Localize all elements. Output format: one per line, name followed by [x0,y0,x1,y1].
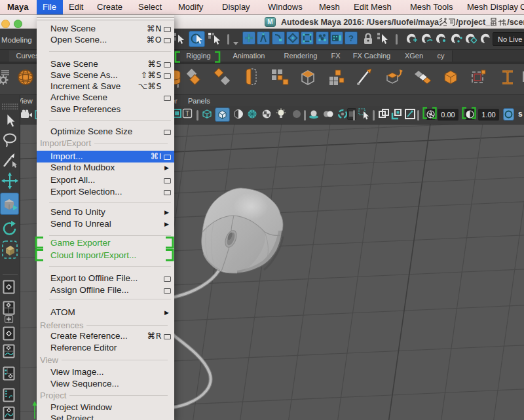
snap-point-button-part[interactable] [272,31,285,45]
live-surface-field[interactable]: No Live [493,32,524,46]
menu-item-view-sequence[interactable]: View Sequence... [37,378,174,390]
layout-plus-button[interactable] [3,315,15,326]
select-component-icon[interactable] [208,32,222,49]
poly-separate-icon[interactable] [213,67,235,91]
magnet-diamond-icon[interactable] [464,32,477,49]
poly-bridge-icon[interactable] [469,67,491,91]
menu-item-set-project[interactable]: Set Project... [37,413,174,420]
shaded-cube-icon-part[interactable] [215,107,230,122]
gamma-icon[interactable] [465,109,475,120]
shelf-gear-icon[interactable] [0,75,9,88]
snap-grid-button-part[interactable] [242,31,255,45]
shadow-sphere-icon[interactable] [308,108,320,123]
poly-partial-icon[interactable] [521,67,524,91]
isolate-1-icon[interactable] [378,108,390,123]
menu-item-export-all[interactable]: Export All... [37,174,174,186]
poly-combine-icon[interactable] [184,67,206,91]
layout-single-button[interactable] [3,280,15,297]
menu-item-export-selection[interactable]: Export Selection... [37,186,174,198]
menu-item-new-scene[interactable]: New Scene⌘N [37,23,174,35]
menu-set-dropdown[interactable]: Modeling [1,36,32,44]
lock-icon[interactable] [362,32,374,48]
mouse-model[interactable] [202,188,283,273]
menu-item-save-scene-as[interactable]: Save Scene As...⇧⌘S [37,69,174,81]
menubar-item-create[interactable]: Create [97,0,122,14]
rotate-tool-icon[interactable] [1,220,18,240]
shelf-tab-cy[interactable]: cy [430,50,453,62]
shelf-tab-rigging[interactable]: Rigging [174,50,223,62]
shelf-tab-rendering[interactable]: Rendering [275,50,327,62]
menubar-item-file[interactable]: File [43,0,56,14]
option-box[interactable] [164,334,171,339]
scale-tool-icon[interactable] [1,240,18,262]
cursor-dots-icon[interactable] [358,108,370,123]
paint-select-tool-icon[interactable] [1,152,18,172]
textured-sphere-icon[interactable] [246,108,258,123]
option-box[interactable] [164,38,171,43]
select-object-icon-part[interactable] [189,31,205,47]
snap-curve-button[interactable] [257,31,270,45]
menubar-item-mesh[interactable]: Mesh [319,0,340,14]
select-hierarchy-icon[interactable] [172,32,187,49]
option-box[interactable] [164,277,171,282]
dim-circle-icon[interactable] [291,108,303,123]
layout-persp-button[interactable] [3,326,15,343]
snap-point-button[interactable] [272,31,285,45]
option-box[interactable] [164,130,171,135]
select-preset-icon[interactable] [377,32,390,48]
minimize-button[interactable] [1,20,10,28]
nurbs-sphere-icon[interactable] [16,67,38,91]
zoom-button[interactable] [14,20,22,28]
menu-item-send-to-unity[interactable]: Send To Unity▶ [37,206,174,218]
menu-item-send-to-unreal[interactable]: Send To Unreal▶ [37,218,174,230]
make-live-button-part[interactable] [316,31,329,45]
menu-item-increment-save[interactable]: Increment & Save⌥⌘S [37,81,174,92]
menubar-item-display[interactable]: Display [222,0,250,14]
snap-together-button-part[interactable] [330,31,343,45]
poly-chevrons-icon[interactable] [412,67,434,91]
menu-item-export-to-offline-file[interactable]: Export to Offline File... [37,273,174,284]
menu-item-reference-editor[interactable]: Reference Editor [37,342,174,354]
menu-item-open-scene[interactable]: Open Scene...⌘O [37,34,174,46]
exposure-field[interactable]: 0.00 [438,109,458,121]
menu-item-view-image[interactable]: View Image... [37,366,174,378]
poly-ibeam-icon[interactable] [498,67,520,91]
letter-t-icon[interactable]: T [182,108,193,121]
menu-item-game-exporter[interactable]: Game Exporter [37,237,174,249]
menubar-item-mesh-tools[interactable]: Mesh Tools [410,0,453,14]
snap-caret-icon[interactable] [233,37,240,48]
menu-item-save-scene[interactable]: Save Scene⌘S [37,58,174,70]
poly-cube-grid-icon[interactable] [327,67,349,91]
camera-icon[interactable] [20,109,33,123]
move-tool-icon[interactable] [1,172,18,192]
checker-sphere-icon[interactable] [261,108,272,123]
menu-item-create-reference[interactable]: Create Reference...⌘R [37,330,174,342]
poly-cube-array-icon[interactable] [270,67,292,91]
poly-wire-cube-icon[interactable] [298,67,320,91]
menubar-item-edit[interactable]: Edit [69,0,83,14]
shelf-tab-fx-caching[interactable]: FX Caching [345,50,399,62]
layout-persp-outliner-button[interactable] [3,366,15,383]
menubar-item-windows[interactable]: Windows [268,0,303,14]
snap-view-plane-button-part[interactable] [301,31,314,45]
option-box[interactable] [164,178,171,183]
snap-projected-center-button-part[interactable] [286,31,299,45]
option-box[interactable] [164,27,171,32]
option-box[interactable] [164,62,171,67]
snap-curve-button-part[interactable] [257,31,270,45]
menu-item-archive-scene[interactable]: Archive Scene [37,92,174,104]
option-box[interactable] [164,155,171,160]
light-bulb-icon[interactable] [275,108,287,123]
menubar-item-edit-mesh[interactable]: Edit Mesh [354,0,392,14]
snap-grid-button[interactable] [242,31,255,45]
menu-item-send-to-mudbox[interactable]: Send to Mudbox▶ [37,162,174,174]
active-tool-button[interactable] [0,193,19,215]
menu-item-project-window[interactable]: Project Window [37,402,174,413]
image-plane-icon[interactable] [404,108,416,123]
menubar-item-curves[interactable]: Curves [520,0,524,14]
shelf-tab-xgen[interactable]: XGen [398,50,430,62]
layout-outliner-button[interactable] [3,388,15,405]
help-button[interactable]: ? [345,31,358,45]
menu-item-import[interactable]: Import...⌘I [37,151,174,162]
isolate-2-icon[interactable] [391,108,403,123]
